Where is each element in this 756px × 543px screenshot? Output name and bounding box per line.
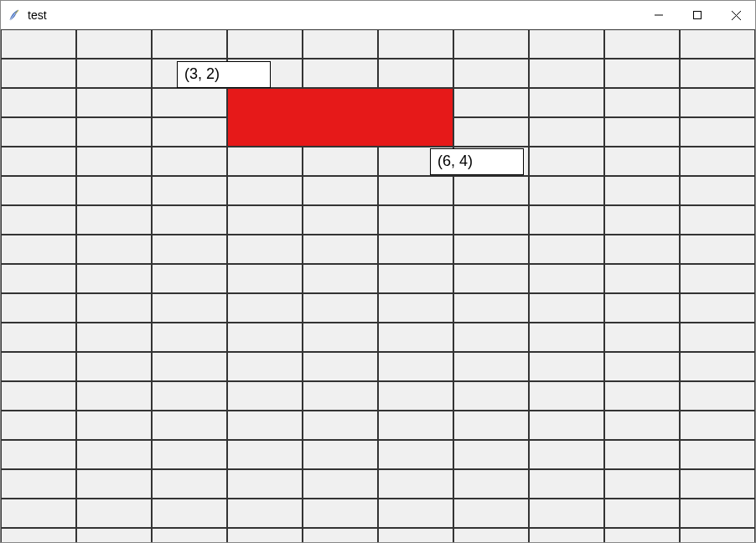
grid-cell[interactable] xyxy=(152,352,227,381)
grid-cell[interactable] xyxy=(680,528,755,543)
grid-cell[interactable] xyxy=(76,205,152,235)
grid-cell[interactable] xyxy=(152,528,227,543)
grid-cell[interactable] xyxy=(152,293,227,323)
grid-cell[interactable] xyxy=(303,176,378,205)
grid-cell[interactable] xyxy=(529,440,604,469)
grid-cell[interactable] xyxy=(152,469,227,499)
grid-cell[interactable] xyxy=(76,381,152,411)
grid-cell[interactable] xyxy=(453,469,529,499)
grid-cell[interactable] xyxy=(378,352,453,381)
grid-cell[interactable] xyxy=(529,88,604,117)
grid-cell[interactable] xyxy=(680,29,755,59)
grid-cell[interactable] xyxy=(1,205,76,235)
grid-cell[interactable] xyxy=(378,411,453,440)
grid-cell[interactable] xyxy=(303,293,378,323)
bottom-right-coord-entry[interactable]: (6, 4) xyxy=(430,148,524,175)
grid-cell[interactable] xyxy=(303,499,378,528)
grid-cell[interactable] xyxy=(152,264,227,293)
grid-cell[interactable] xyxy=(76,440,152,469)
grid-cell[interactable] xyxy=(227,29,303,59)
grid-cell[interactable] xyxy=(303,147,378,176)
grid-cell[interactable] xyxy=(152,88,227,117)
grid-cell[interactable] xyxy=(227,352,303,381)
grid-cell[interactable] xyxy=(680,264,755,293)
grid-cell[interactable] xyxy=(1,352,76,381)
grid-cell[interactable] xyxy=(378,59,453,88)
grid-cell[interactable] xyxy=(453,440,529,469)
close-button[interactable] xyxy=(717,1,755,29)
grid-cell[interactable] xyxy=(453,293,529,323)
grid-cell[interactable] xyxy=(529,381,604,411)
grid-cell[interactable] xyxy=(76,235,152,264)
grid-cell[interactable] xyxy=(1,117,76,147)
grid-cell[interactable] xyxy=(378,235,453,264)
grid-cell[interactable] xyxy=(303,235,378,264)
grid-cell[interactable] xyxy=(227,381,303,411)
grid-cell[interactable] xyxy=(453,29,529,59)
grid-cell[interactable] xyxy=(680,469,755,499)
grid-cell[interactable] xyxy=(227,499,303,528)
grid-cell[interactable] xyxy=(152,499,227,528)
grid-cell[interactable] xyxy=(1,440,76,469)
grid-cell[interactable] xyxy=(303,440,378,469)
grid-cell[interactable] xyxy=(378,264,453,293)
grid-cell[interactable] xyxy=(604,352,680,381)
grid-cell[interactable] xyxy=(453,88,529,117)
grid-cell[interactable] xyxy=(76,499,152,528)
grid-cell[interactable] xyxy=(680,323,755,352)
grid-cell[interactable] xyxy=(303,352,378,381)
grid-cell[interactable] xyxy=(680,293,755,323)
grid-cell[interactable] xyxy=(604,235,680,264)
grid-cell[interactable] xyxy=(378,176,453,205)
grid-cell[interactable] xyxy=(529,411,604,440)
grid-cell[interactable] xyxy=(1,469,76,499)
grid-cell[interactable] xyxy=(529,147,604,176)
grid-cell[interactable] xyxy=(227,264,303,293)
grid-cell[interactable] xyxy=(303,469,378,499)
grid-cell[interactable] xyxy=(529,528,604,543)
grid-cell[interactable] xyxy=(152,117,227,147)
grid-cell[interactable] xyxy=(76,528,152,543)
grid-cell[interactable] xyxy=(76,147,152,176)
grid-cell[interactable] xyxy=(227,147,303,176)
grid-cell[interactable] xyxy=(453,323,529,352)
grid-cell[interactable] xyxy=(604,499,680,528)
grid-cell[interactable] xyxy=(378,499,453,528)
grid-cell[interactable] xyxy=(529,29,604,59)
top-left-coord-entry[interactable]: (3, 2) xyxy=(177,61,271,88)
grid-cell[interactable] xyxy=(303,528,378,543)
grid-cell[interactable] xyxy=(1,293,76,323)
grid-cell[interactable] xyxy=(529,323,604,352)
grid-cell[interactable] xyxy=(152,176,227,205)
grid-cell[interactable] xyxy=(152,29,227,59)
grid-cell[interactable] xyxy=(303,205,378,235)
grid-cell[interactable] xyxy=(1,528,76,543)
grid-cell[interactable] xyxy=(453,352,529,381)
grid-cell[interactable] xyxy=(1,147,76,176)
grid-cell[interactable] xyxy=(303,59,378,88)
grid-cell[interactable] xyxy=(453,264,529,293)
grid-cell[interactable] xyxy=(378,29,453,59)
grid-cell[interactable] xyxy=(227,205,303,235)
grid-cell[interactable] xyxy=(529,499,604,528)
grid-cell[interactable] xyxy=(680,59,755,88)
grid-cell[interactable] xyxy=(1,59,76,88)
grid-cell[interactable] xyxy=(604,381,680,411)
grid-cell[interactable] xyxy=(680,235,755,264)
grid-cell[interactable] xyxy=(453,381,529,411)
grid-cell[interactable] xyxy=(227,411,303,440)
grid-cell[interactable] xyxy=(378,469,453,499)
grid-cell[interactable] xyxy=(76,264,152,293)
grid-cell[interactable] xyxy=(76,29,152,59)
grid-cell[interactable] xyxy=(152,235,227,264)
grid-cell[interactable] xyxy=(680,117,755,147)
grid-cell[interactable] xyxy=(604,117,680,147)
grid-cell[interactable] xyxy=(76,469,152,499)
grid-cell[interactable] xyxy=(604,176,680,205)
grid-cell[interactable] xyxy=(453,117,529,147)
grid-cell[interactable] xyxy=(1,176,76,205)
grid-cell[interactable] xyxy=(1,411,76,440)
grid-cell[interactable] xyxy=(529,352,604,381)
grid-cell[interactable] xyxy=(152,381,227,411)
grid-cell[interactable] xyxy=(529,469,604,499)
